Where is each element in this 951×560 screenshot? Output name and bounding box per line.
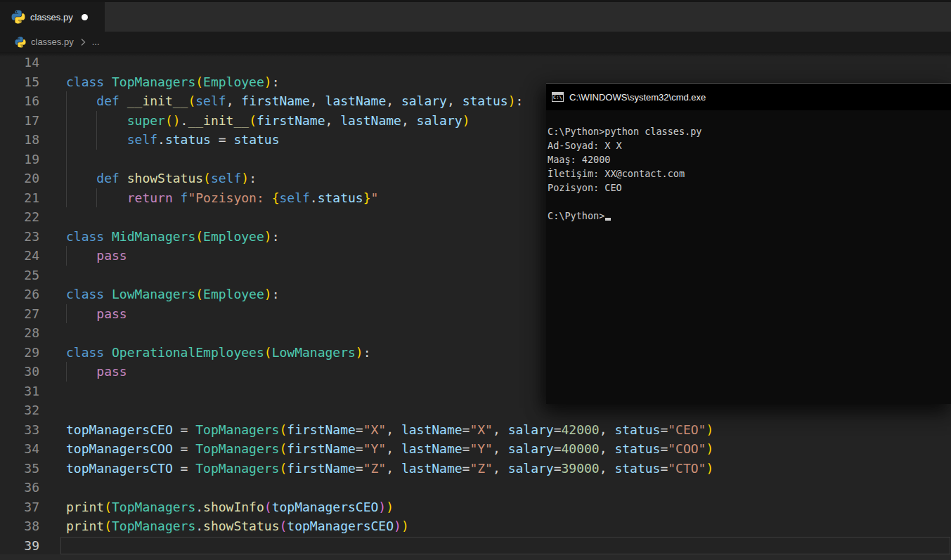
- code-text: print(TopManagers.showStatus(topManagers…: [66, 516, 409, 536]
- code-line-37[interactable]: 37print(TopManagers.showInfo(topManagers…: [0, 497, 951, 517]
- cmd-window-title: C:\WINDOWS\system32\cmd.exe: [569, 92, 706, 103]
- python-file-icon: [11, 10, 25, 24]
- code-line-39[interactable]: 39: [0, 536, 951, 556]
- code-text: class TopManagers(Employee):: [66, 72, 279, 92]
- code-text: print(TopManagers.showInfo(topManagersCE…: [66, 497, 394, 517]
- line-number: 25: [0, 266, 39, 285]
- code-text: self.status = status: [66, 130, 279, 150]
- code-line-36[interactable]: 36: [0, 478, 951, 497]
- line-number: 34: [0, 439, 39, 459]
- python-file-icon: [15, 37, 26, 48]
- line-number: 28: [0, 323, 39, 343]
- code-line-35[interactable]: 35topManagersCTO = TopManagers(firstName…: [0, 459, 951, 478]
- code-line-14[interactable]: 14: [0, 53, 951, 72]
- code-line-33[interactable]: 33topManagersCEO = TopManagers(firstName…: [0, 420, 951, 440]
- line-number: 15: [0, 72, 39, 92]
- breadcrumb-item-symbol[interactable]: ...: [92, 37, 100, 47]
- code-text: super().__init__(firstName, lastName, sa…: [66, 111, 470, 131]
- code-text: topManagersCOO = TopManagers(firstName="…: [66, 439, 713, 459]
- tab-title: classes.py: [30, 12, 73, 22]
- line-number: 23: [0, 227, 39, 247]
- indent-guide: [66, 150, 67, 169]
- terminal-line: Ad-Soyad: X X: [548, 138, 951, 152]
- line-number: 14: [0, 53, 39, 72]
- line-number: 19: [0, 150, 39, 169]
- terminal-line: Pozisyon: CEO: [548, 181, 951, 195]
- breadcrumb: classes.py ...: [0, 32, 951, 52]
- line-number: 37: [0, 497, 39, 517]
- tab-bar: classes.py: [0, 0, 951, 32]
- cmd-titlebar[interactable]: C:\ C:\WINDOWS\system32\cmd.exe: [546, 84, 951, 110]
- line-number: 24: [0, 246, 39, 266]
- line-number: 16: [0, 91, 39, 111]
- line-number: 32: [0, 401, 39, 420]
- line-number: 21: [0, 188, 39, 208]
- terminal-line: C:\Python>python classes.py: [548, 124, 951, 138]
- cmd-prompt-icon: C:\: [552, 92, 564, 102]
- unsaved-changes-dot[interactable]: [82, 14, 88, 20]
- code-text: pass: [66, 246, 127, 266]
- terminal-line: C:\Python>: [548, 209, 951, 223]
- line-number: 17: [0, 111, 39, 131]
- chevron-right-icon: [79, 38, 87, 46]
- tab-classes-py[interactable]: classes.py: [0, 2, 105, 32]
- code-text: pass: [66, 304, 127, 324]
- terminal-output[interactable]: C:\Python>python classes.pyAd-Soyad: X X…: [546, 110, 951, 223]
- code-line-34[interactable]: 34topManagersCOO = TopManagers(firstName…: [0, 439, 951, 459]
- line-number: 22: [0, 207, 39, 227]
- editor-bottom-strip: [0, 554, 951, 560]
- terminal-line: [548, 195, 951, 209]
- line-number: 35: [0, 459, 39, 478]
- line-number: 33: [0, 420, 39, 440]
- breadcrumb-item-file[interactable]: classes.py: [31, 37, 74, 47]
- line-number: 31: [0, 382, 39, 401]
- terminal-line: İletişim: XX@contact.com: [548, 167, 951, 181]
- cmd-window[interactable]: C:\ C:\WINDOWS\system32\cmd.exe C:\Pytho…: [546, 83, 951, 404]
- line-number: 29: [0, 343, 39, 363]
- line-number: 30: [0, 362, 39, 382]
- code-text: def showStatus(self):: [66, 169, 257, 188]
- code-text: class LowManagers(Employee):: [66, 285, 279, 304]
- line-number: 26: [0, 285, 39, 304]
- code-text: pass: [66, 362, 127, 382]
- code-text: topManagersCTO = TopManagers(firstName="…: [66, 459, 713, 478]
- line-number: 18: [0, 130, 39, 150]
- line-number: 20: [0, 169, 39, 188]
- code-line-38[interactable]: 38print(TopManagers.showStatus(topManage…: [0, 516, 951, 536]
- code-text: class MidManagers(Employee):: [66, 227, 279, 247]
- code-text: topManagersCEO = TopManagers(firstName="…: [66, 420, 713, 440]
- terminal-line: Maaş: 42000: [548, 152, 951, 167]
- code-text: class OperationalEmployees(LowManagers):: [66, 343, 371, 363]
- code-text: return f"Pozisyon: {self.status}": [66, 188, 378, 208]
- line-number: 36: [0, 478, 39, 497]
- current-line-highlight: [60, 537, 950, 554]
- line-number: 27: [0, 304, 39, 324]
- line-number: 39: [0, 536, 39, 556]
- line-number: 38: [0, 516, 39, 536]
- terminal-cursor: [605, 218, 611, 221]
- code-text: def __init__(self, firstName, lastName, …: [66, 91, 523, 111]
